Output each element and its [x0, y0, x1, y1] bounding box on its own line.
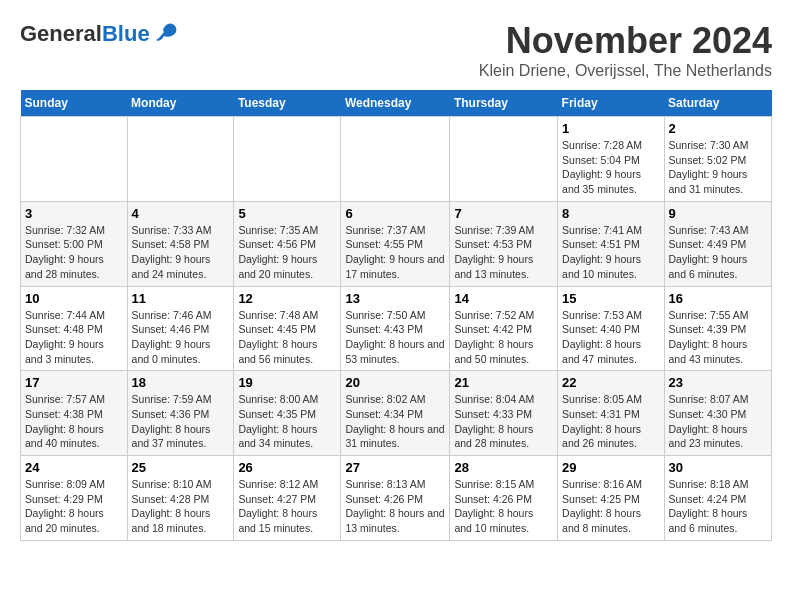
day-info: Sunrise: 7:57 AM Sunset: 4:38 PM Dayligh…	[25, 392, 123, 451]
calendar-week-row: 10Sunrise: 7:44 AM Sunset: 4:48 PM Dayli…	[21, 286, 772, 371]
day-number: 6	[345, 206, 445, 221]
day-info: Sunrise: 7:53 AM Sunset: 4:40 PM Dayligh…	[562, 308, 659, 367]
day-info: Sunrise: 7:59 AM Sunset: 4:36 PM Dayligh…	[132, 392, 230, 451]
day-info: Sunrise: 7:28 AM Sunset: 5:04 PM Dayligh…	[562, 138, 659, 197]
day-number: 3	[25, 206, 123, 221]
calendar-cell: 5Sunrise: 7:35 AM Sunset: 4:56 PM Daylig…	[234, 201, 341, 286]
day-number: 11	[132, 291, 230, 306]
day-info: Sunrise: 7:43 AM Sunset: 4:49 PM Dayligh…	[669, 223, 767, 282]
day-info: Sunrise: 7:50 AM Sunset: 4:43 PM Dayligh…	[345, 308, 445, 367]
day-info: Sunrise: 8:02 AM Sunset: 4:34 PM Dayligh…	[345, 392, 445, 451]
weekday-header-thursday: Thursday	[450, 90, 558, 117]
calendar-cell: 21Sunrise: 8:04 AM Sunset: 4:33 PM Dayli…	[450, 371, 558, 456]
day-info: Sunrise: 8:15 AM Sunset: 4:26 PM Dayligh…	[454, 477, 553, 536]
day-number: 15	[562, 291, 659, 306]
weekday-header-monday: Monday	[127, 90, 234, 117]
calendar-cell: 14Sunrise: 7:52 AM Sunset: 4:42 PM Dayli…	[450, 286, 558, 371]
calendar-cell: 10Sunrise: 7:44 AM Sunset: 4:48 PM Dayli…	[21, 286, 128, 371]
day-number: 7	[454, 206, 553, 221]
logo-blue: Blue	[102, 21, 150, 46]
calendar-cell: 6Sunrise: 7:37 AM Sunset: 4:55 PM Daylig…	[341, 201, 450, 286]
calendar-cell: 2Sunrise: 7:30 AM Sunset: 5:02 PM Daylig…	[664, 117, 771, 202]
day-number: 1	[562, 121, 659, 136]
day-info: Sunrise: 8:16 AM Sunset: 4:25 PM Dayligh…	[562, 477, 659, 536]
calendar-cell: 30Sunrise: 8:18 AM Sunset: 4:24 PM Dayli…	[664, 456, 771, 541]
weekday-header-wednesday: Wednesday	[341, 90, 450, 117]
logo-text: GeneralBlue	[20, 21, 150, 47]
subtitle: Klein Driene, Overijssel, The Netherland…	[479, 62, 772, 80]
day-info: Sunrise: 8:10 AM Sunset: 4:28 PM Dayligh…	[132, 477, 230, 536]
day-info: Sunrise: 7:30 AM Sunset: 5:02 PM Dayligh…	[669, 138, 767, 197]
day-number: 17	[25, 375, 123, 390]
day-info: Sunrise: 7:32 AM Sunset: 5:00 PM Dayligh…	[25, 223, 123, 282]
day-info: Sunrise: 8:00 AM Sunset: 4:35 PM Dayligh…	[238, 392, 336, 451]
logo-general: General	[20, 21, 102, 46]
day-info: Sunrise: 7:52 AM Sunset: 4:42 PM Dayligh…	[454, 308, 553, 367]
day-number: 26	[238, 460, 336, 475]
calendar-cell: 12Sunrise: 7:48 AM Sunset: 4:45 PM Dayli…	[234, 286, 341, 371]
weekday-header-friday: Friday	[558, 90, 664, 117]
day-info: Sunrise: 8:05 AM Sunset: 4:31 PM Dayligh…	[562, 392, 659, 451]
day-number: 22	[562, 375, 659, 390]
day-number: 20	[345, 375, 445, 390]
day-number: 21	[454, 375, 553, 390]
calendar-cell: 8Sunrise: 7:41 AM Sunset: 4:51 PM Daylig…	[558, 201, 664, 286]
calendar-week-row: 17Sunrise: 7:57 AM Sunset: 4:38 PM Dayli…	[21, 371, 772, 456]
day-number: 28	[454, 460, 553, 475]
logo-bird-icon	[154, 20, 182, 48]
logo: GeneralBlue	[20, 20, 182, 48]
calendar-cell: 11Sunrise: 7:46 AM Sunset: 4:46 PM Dayli…	[127, 286, 234, 371]
day-number: 2	[669, 121, 767, 136]
calendar-cell: 15Sunrise: 7:53 AM Sunset: 4:40 PM Dayli…	[558, 286, 664, 371]
calendar-week-row: 1Sunrise: 7:28 AM Sunset: 5:04 PM Daylig…	[21, 117, 772, 202]
calendar-cell: 22Sunrise: 8:05 AM Sunset: 4:31 PM Dayli…	[558, 371, 664, 456]
calendar-cell: 9Sunrise: 7:43 AM Sunset: 4:49 PM Daylig…	[664, 201, 771, 286]
day-info: Sunrise: 7:37 AM Sunset: 4:55 PM Dayligh…	[345, 223, 445, 282]
calendar-cell: 7Sunrise: 7:39 AM Sunset: 4:53 PM Daylig…	[450, 201, 558, 286]
calendar-cell: 20Sunrise: 8:02 AM Sunset: 4:34 PM Dayli…	[341, 371, 450, 456]
day-number: 18	[132, 375, 230, 390]
calendar-week-row: 24Sunrise: 8:09 AM Sunset: 4:29 PM Dayli…	[21, 456, 772, 541]
day-info: Sunrise: 7:33 AM Sunset: 4:58 PM Dayligh…	[132, 223, 230, 282]
day-info: Sunrise: 8:13 AM Sunset: 4:26 PM Dayligh…	[345, 477, 445, 536]
weekday-header-row: SundayMondayTuesdayWednesdayThursdayFrid…	[21, 90, 772, 117]
weekday-header-tuesday: Tuesday	[234, 90, 341, 117]
calendar-cell: 28Sunrise: 8:15 AM Sunset: 4:26 PM Dayli…	[450, 456, 558, 541]
title-section: November 2024 Klein Driene, Overijssel, …	[479, 20, 772, 80]
calendar-table: SundayMondayTuesdayWednesdayThursdayFrid…	[20, 90, 772, 541]
day-info: Sunrise: 8:09 AM Sunset: 4:29 PM Dayligh…	[25, 477, 123, 536]
calendar-cell: 3Sunrise: 7:32 AM Sunset: 5:00 PM Daylig…	[21, 201, 128, 286]
day-number: 8	[562, 206, 659, 221]
calendar-cell: 4Sunrise: 7:33 AM Sunset: 4:58 PM Daylig…	[127, 201, 234, 286]
day-number: 24	[25, 460, 123, 475]
calendar-cell: 18Sunrise: 7:59 AM Sunset: 4:36 PM Dayli…	[127, 371, 234, 456]
calendar-cell: 25Sunrise: 8:10 AM Sunset: 4:28 PM Dayli…	[127, 456, 234, 541]
calendar-cell: 16Sunrise: 7:55 AM Sunset: 4:39 PM Dayli…	[664, 286, 771, 371]
day-number: 27	[345, 460, 445, 475]
day-number: 29	[562, 460, 659, 475]
day-number: 19	[238, 375, 336, 390]
calendar-week-row: 3Sunrise: 7:32 AM Sunset: 5:00 PM Daylig…	[21, 201, 772, 286]
calendar-cell: 29Sunrise: 8:16 AM Sunset: 4:25 PM Dayli…	[558, 456, 664, 541]
day-number: 9	[669, 206, 767, 221]
calendar-cell	[21, 117, 128, 202]
calendar-cell: 19Sunrise: 8:00 AM Sunset: 4:35 PM Dayli…	[234, 371, 341, 456]
header: GeneralBlue November 2024 Klein Driene, …	[20, 20, 772, 80]
calendar-cell: 26Sunrise: 8:12 AM Sunset: 4:27 PM Dayli…	[234, 456, 341, 541]
day-number: 4	[132, 206, 230, 221]
day-info: Sunrise: 8:04 AM Sunset: 4:33 PM Dayligh…	[454, 392, 553, 451]
day-info: Sunrise: 7:39 AM Sunset: 4:53 PM Dayligh…	[454, 223, 553, 282]
day-number: 13	[345, 291, 445, 306]
calendar-cell: 17Sunrise: 7:57 AM Sunset: 4:38 PM Dayli…	[21, 371, 128, 456]
day-number: 10	[25, 291, 123, 306]
calendar-cell	[450, 117, 558, 202]
day-number: 23	[669, 375, 767, 390]
day-number: 30	[669, 460, 767, 475]
weekday-header-saturday: Saturday	[664, 90, 771, 117]
day-info: Sunrise: 7:35 AM Sunset: 4:56 PM Dayligh…	[238, 223, 336, 282]
calendar-cell	[234, 117, 341, 202]
calendar-cell: 27Sunrise: 8:13 AM Sunset: 4:26 PM Dayli…	[341, 456, 450, 541]
day-number: 5	[238, 206, 336, 221]
day-info: Sunrise: 8:07 AM Sunset: 4:30 PM Dayligh…	[669, 392, 767, 451]
day-info: Sunrise: 7:44 AM Sunset: 4:48 PM Dayligh…	[25, 308, 123, 367]
